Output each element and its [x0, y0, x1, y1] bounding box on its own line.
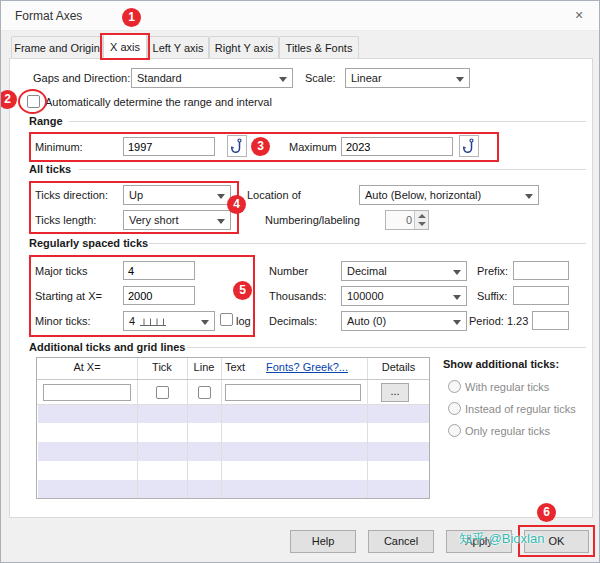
chevron-down-icon [453, 295, 461, 300]
suffix-input[interactable] [513, 286, 569, 305]
number-label: Number [269, 265, 308, 277]
minor-ticks-label: Minor ticks: [35, 315, 91, 327]
chevron-down-icon [279, 77, 287, 82]
suffix-label: Suffix: [477, 290, 507, 302]
major-ticks-label: Major ticks [35, 265, 88, 277]
table-row-empty [38, 442, 429, 461]
additional-ticks-table: At X= Tick Line Text Fonts? Greek?... De… [36, 357, 430, 499]
numbering-offset-spinner[interactable]: 0 [385, 210, 429, 230]
group-divider [187, 347, 586, 348]
chevron-down-icon [217, 194, 225, 199]
numbering-label: Numbering/labeling [265, 214, 360, 226]
group-divider [149, 243, 586, 244]
range-group-header: Range [29, 115, 63, 127]
radio-with-regular-label: With regular ticks [465, 381, 549, 393]
prefix-input[interactable] [513, 261, 569, 280]
numbering-offset-value: 0 [386, 214, 412, 226]
additional-ticks-group-header: Additional ticks and grid lines [29, 341, 185, 353]
chevron-down-icon [217, 219, 225, 224]
maximum-hook-button[interactable] [459, 135, 479, 157]
dialog-title: Format Axes [15, 9, 82, 23]
show-additional-header: Show additional ticks: [443, 358, 559, 370]
starting-at-label: Starting at X= [35, 290, 102, 302]
location-value: Auto (Below, horizontal) [365, 189, 481, 201]
period-input[interactable] [532, 311, 569, 330]
log-label: log [236, 315, 251, 327]
tab-x-axis[interactable]: X axis [103, 33, 147, 59]
radio-only-regular-label: Only regular ticks [465, 425, 550, 437]
table-row-divider [37, 404, 429, 405]
location-select[interactable]: Auto (Below, horizontal) [359, 185, 539, 205]
tick-checkbox[interactable] [156, 386, 169, 399]
chevron-down-icon [453, 270, 461, 275]
maximum-label: Maximum [289, 141, 337, 153]
thousands-label: Thousands: [269, 290, 326, 302]
hook-icon [231, 138, 244, 155]
minimum-input[interactable] [123, 137, 215, 156]
decimals-value: Auto (0) [347, 315, 386, 327]
ok-button[interactable]: OK [524, 530, 589, 553]
minimum-hook-button[interactable] [227, 135, 247, 157]
spinner-arrows-icon[interactable] [414, 211, 428, 229]
column-header-tick: Tick [137, 361, 187, 373]
maximum-input[interactable] [341, 137, 453, 156]
cancel-button[interactable]: Cancel [368, 530, 434, 553]
table-row-empty [38, 404, 429, 423]
apply-button[interactable]: Apply [446, 530, 512, 553]
radio-with-regular[interactable] [448, 380, 461, 393]
period-label: Period: 1.23 [469, 315, 528, 327]
auto-range-checkbox[interactable] [27, 95, 40, 108]
major-ticks-input[interactable] [123, 261, 195, 280]
tab-right-y-axis[interactable]: Right Y axis [209, 36, 279, 58]
gaps-direction-label: Gaps and Direction: [33, 72, 130, 84]
tick-text-input[interactable] [225, 384, 361, 401]
auto-range-label: Automatically determine the range and in… [45, 96, 272, 108]
radio-instead-regular[interactable] [448, 402, 461, 415]
atx-input[interactable] [43, 384, 131, 401]
scale-select[interactable]: Linear [345, 68, 470, 88]
decimals-label: Decimals: [269, 315, 317, 327]
tab-left-y-axis[interactable]: Left Y axis [147, 36, 209, 58]
minimum-label: Minimum: [35, 141, 83, 153]
chevron-down-icon [525, 194, 533, 199]
group-divider [69, 121, 586, 122]
tab-frame-and-origin[interactable]: Frame and Origin [11, 36, 103, 58]
line-checkbox[interactable] [198, 386, 211, 399]
location-label: Location of [247, 189, 301, 201]
close-icon[interactable]: × [569, 7, 589, 25]
hook-icon [463, 138, 476, 155]
group-divider [79, 169, 586, 170]
log-checkbox[interactable] [220, 313, 233, 326]
number-format-select[interactable]: Decimal [341, 261, 467, 281]
column-header-details: Details [367, 361, 430, 373]
column-header-atx: At X= [37, 361, 137, 373]
tab-titles-fonts[interactable]: Titles & Fonts [279, 36, 359, 58]
tick-comb-icon [139, 316, 167, 327]
thousands-value: 100000 [347, 290, 384, 302]
ticks-direction-value: Up [129, 189, 143, 201]
decimals-select[interactable]: Auto (0) [341, 311, 467, 331]
format-axes-dialog: Format Axes × Frame and Origin X axis Le… [0, 0, 600, 563]
regular-ticks-group-header: Regularly spaced ticks [29, 237, 148, 249]
chevron-down-icon [453, 320, 461, 325]
table-row-empty [38, 480, 429, 498]
scale-label: Scale: [305, 72, 336, 84]
gaps-direction-value: Standard [137, 72, 182, 84]
minor-ticks-select[interactable]: 4 [123, 311, 215, 331]
help-button[interactable]: Help [290, 530, 356, 553]
radio-only-regular[interactable] [448, 424, 461, 437]
table-header-divider [37, 379, 429, 380]
gaps-direction-select[interactable]: Standard [131, 68, 293, 88]
details-button[interactable]: ... [381, 383, 409, 402]
ticks-direction-label: Ticks direction: [35, 189, 108, 201]
title-bar: Format Axes × [1, 1, 599, 31]
fonts-greek-link[interactable]: Fonts? Greek?... [251, 361, 363, 373]
ticks-length-label: Ticks length: [35, 214, 96, 226]
starting-at-input[interactable] [123, 286, 195, 305]
ticks-direction-select[interactable]: Up [123, 185, 231, 205]
column-header-line: Line [187, 361, 221, 373]
ticks-length-value: Very short [129, 214, 179, 226]
ticks-length-select[interactable]: Very short [123, 210, 231, 230]
thousands-select[interactable]: 100000 [341, 286, 467, 306]
number-format-value: Decimal [347, 265, 387, 277]
